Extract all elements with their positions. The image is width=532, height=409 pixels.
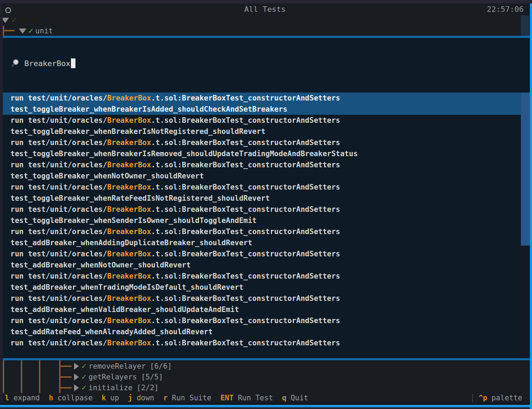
test-result-item[interactable]: run test/unit/oracles/BreakerBox.t.sol:B… (3, 293, 521, 315)
tree-item-label: test (19, 16, 37, 24)
window-margin-top (0, 0, 532, 3)
tree-item-test[interactable]: ✓ test (1, 15, 39, 25)
suite-label: initialize (89, 384, 132, 392)
test-result-item[interactable]: run test/unit/oracles/BreakerBox.t.sol:B… (3, 93, 521, 115)
keybinding-label: Run Test (238, 394, 273, 402)
keybinding-key: k (102, 394, 106, 402)
test-result-item[interactable]: run test/unit/oracles/BreakerBox.t.sol:B… (3, 204, 521, 226)
tree-guide-line (21, 360, 22, 393)
test-name-line: test_toggleBreaker_whenBreakerIsNotRegis… (10, 126, 521, 137)
suite-tree-item[interactable]: ✓ getRelayers [5/5] (74, 371, 172, 382)
keybinding-label: Quit (291, 394, 308, 402)
keybinding-label: palette (491, 394, 522, 402)
test-result-item[interactable]: run test/unit/oracles/BreakerBox.t.sol:B… (3, 137, 521, 159)
test-result-item[interactable]: run test/unit/oracles/BreakerBox.t.sol:B… (3, 315, 521, 337)
search-match-text: BreakerBox (107, 116, 151, 125)
results-list: run test/unit/oracles/BreakerBox.t.sol:B… (3, 93, 521, 360)
suite-label: getRelayers (89, 373, 137, 381)
search-match-text: BreakerBox (107, 250, 151, 258)
tree-guide-line (3, 360, 4, 393)
keybinding: h collpase (49, 394, 93, 402)
test-result-item[interactable]: run test/unit/oracles/BreakerBox.t.sol:B… (3, 248, 521, 271)
test-file-line: run test/unit/oracles/BreakerBox.t.sol:B… (10, 159, 521, 170)
search-input[interactable]: BreakerBox (10, 58, 75, 69)
scrollbar-thumb[interactable] (521, 93, 530, 246)
test-file-line: run test/unit/oracles/BreakerBox.t.sol:B… (10, 182, 521, 193)
app-window: All Tests 22:57:06 ✓ test ✓ unit Breaker… (0, 0, 532, 409)
check-icon: ✓ (81, 384, 87, 392)
test-file-line: run test/unit/oracles/BreakerBox.t.sol:B… (10, 248, 521, 259)
search-query: BreakerBox (24, 59, 70, 68)
keybinding-label: up (110, 394, 119, 402)
test-name-line: test_addBreaker_whenTradingModeIsDefault… (10, 282, 521, 293)
keybinding-key: h (49, 394, 54, 402)
tree-guide-branch (3, 30, 15, 31)
suite-count: [2/2] (137, 384, 159, 392)
suite-tree-item[interactable]: ✓ initialize [2/2] (74, 382, 172, 393)
suite-label: removeRelayer (89, 362, 146, 370)
check-icon: ✓ (81, 362, 87, 370)
window-margin-bottom (0, 407, 530, 409)
test-result-item[interactable]: run test/unit/oracles/BreakerBox.t.sol:B… (3, 226, 521, 248)
keybinding-key: ENT (220, 394, 234, 402)
triangle-right-icon (74, 384, 79, 391)
status-separator (472, 394, 473, 403)
test-file-line: run test/unit/oracles/BreakerBox.t.sol:B… (10, 337, 521, 348)
test-file-line: run test/unit/oracles/BreakerBox.t.sol:B… (10, 115, 521, 126)
keybinding-label: Run Suite (172, 394, 211, 402)
keybinding: l expand (5, 394, 40, 402)
keybinding-key: r (163, 394, 168, 402)
check-icon: ✓ (28, 27, 34, 35)
test-file-line: run test/unit/oracles/BreakerBox.t.sol:B… (10, 315, 521, 326)
test-result-item[interactable]: run test/unit/oracles/BreakerBox.t.sol:B… (3, 337, 521, 360)
scrollbar-thumb[interactable] (521, 15, 529, 36)
keybinding-label: down (137, 394, 154, 402)
tree-item-unit[interactable]: ✓ unit (19, 26, 53, 36)
search-match-text: BreakerBox (107, 316, 151, 325)
test-result-item[interactable]: run test/unit/oracles/BreakerBox.t.sol:B… (3, 115, 521, 137)
keybinding: j down (128, 394, 154, 402)
search-icon (10, 59, 19, 68)
search-match-text: BreakerBox (107, 183, 151, 191)
suite-tree-item[interactable]: ✓ removeRelayer [6/6] (74, 361, 172, 371)
status-bar: l expand h collpase k up j down r Run Su… (5, 393, 308, 403)
keybinding-key: l (5, 394, 9, 402)
palette-keybinding: ^p palette (478, 393, 522, 403)
window-margin-left (0, 3, 3, 409)
check-icon: ✓ (81, 373, 87, 381)
search-match-text: BreakerBox (107, 294, 151, 303)
keybinding-key: q (282, 394, 287, 402)
test-name-line: test_toggleBreaker_whenBreakerIsAdded_sh… (10, 104, 521, 115)
panel-border-top (3, 36, 530, 38)
test-name-line: test_addBreaker_whenAddingDuplicateBreak… (10, 237, 521, 248)
test-result-item[interactable]: run test/unit/oracles/BreakerBox.t.sol:B… (3, 271, 521, 293)
text-cursor (71, 58, 75, 68)
window-edge-right (530, 3, 532, 409)
clock: 22:57:06 (487, 4, 524, 15)
test-name-line: test_addBreaker_whenNotOwner_shouldRever… (10, 259, 521, 271)
test-file-line: run test/unit/oracles/BreakerBox.t.sol:B… (10, 271, 521, 282)
panel-border-bottom (3, 358, 530, 360)
search-modal: BreakerBox run test/unit/oracles/Breaker… (3, 38, 530, 358)
search-match-text: BreakerBox (107, 138, 151, 147)
test-name-line: test_addRateFeed_whenAlreadyAdded_should… (10, 326, 521, 337)
test-file-line: run test/unit/oracles/BreakerBox.t.sol:B… (10, 226, 521, 237)
tree-guide-branch (59, 387, 72, 388)
keybinding-label: expand (14, 394, 40, 402)
test-result-item[interactable]: run test/unit/oracles/BreakerBox.t.sol:B… (3, 182, 521, 204)
test-name-line: test_toggleBreaker_whenSenderIsOwner_sho… (10, 215, 521, 226)
keybinding-key: j (128, 394, 132, 402)
search-match-text: BreakerBox (107, 205, 151, 214)
keybinding: r Run Suite (163, 394, 211, 402)
window-edge-bottom (0, 405, 530, 407)
triangle-down-icon (19, 29, 26, 34)
triangle-right-icon (74, 374, 79, 380)
test-file-line: run test/unit/oracles/BreakerBox.t.sol:B… (10, 204, 521, 215)
tree-item-label: unit (35, 27, 53, 35)
tree-guide-line (39, 360, 40, 393)
test-result-item[interactable]: run test/unit/oracles/BreakerBox.t.sol:B… (3, 159, 521, 182)
suite-count: [5/5] (141, 373, 163, 381)
test-name-line: test_toggleBreaker_whenBreakerIsRemoved_… (10, 148, 521, 159)
search-match-text: BreakerBox (107, 227, 151, 236)
search-match-text: BreakerBox (107, 339, 151, 347)
